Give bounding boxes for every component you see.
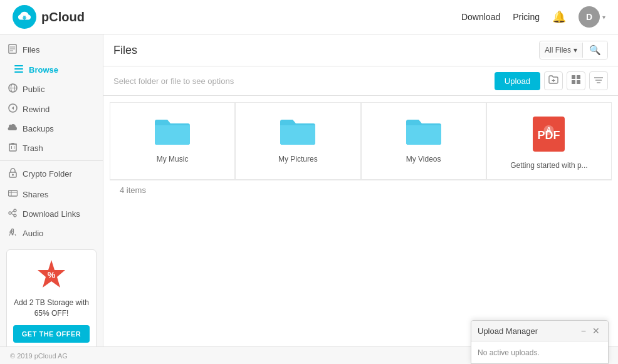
sidebar-item-audio[interactable]: Audio bbox=[0, 224, 103, 243]
svg-rect-36 bbox=[577, 80, 580, 84]
notification-bell-icon[interactable]: 🔔 bbox=[552, 10, 566, 24]
file-name-my-music: My Music bbox=[157, 155, 189, 164]
svg-rect-4 bbox=[14, 65, 23, 66]
sidebar-label-trash: Trash bbox=[23, 143, 43, 153]
svg-text:A: A bbox=[547, 126, 552, 135]
search-filter-dropdown[interactable]: All Files ▾ bbox=[540, 43, 583, 58]
sort-icon bbox=[594, 75, 603, 86]
svg-rect-17 bbox=[8, 190, 17, 196]
file-name-my-pictures: My Pictures bbox=[278, 155, 318, 164]
user-avatar-wrapper[interactable]: D ▾ bbox=[579, 6, 605, 28]
trash-icon bbox=[8, 142, 18, 153]
promo-offer-button[interactable]: GET THE OFFER bbox=[13, 325, 90, 343]
main-content: Files All Files ▾ 🔍 Select folder or fil… bbox=[103, 34, 618, 364]
download-nav-link[interactable]: Download bbox=[461, 12, 500, 22]
upload-manager-title: Upload Manager bbox=[478, 326, 538, 336]
backups-icon bbox=[8, 123, 18, 133]
sidebar-label-crypto: Crypto Folder bbox=[23, 169, 72, 179]
sidebar-divider bbox=[0, 160, 103, 161]
svg-rect-35 bbox=[572, 80, 575, 84]
search-button[interactable]: 🔍 bbox=[583, 41, 607, 59]
new-folder-button[interactable] bbox=[544, 71, 563, 90]
sidebar-label-browse: Browse bbox=[29, 65, 58, 75]
svg-point-22 bbox=[14, 214, 16, 217]
action-right: Upload bbox=[495, 71, 608, 90]
upload-manager-minimize-button[interactable]: − bbox=[579, 326, 588, 336]
header: pCloud Download Pricing 🔔 D ▾ bbox=[0, 0, 618, 34]
logo[interactable]: pCloud bbox=[13, 5, 85, 29]
promo-box: % Add 2 TB Storage with 65% OFF! GET THE… bbox=[6, 249, 97, 352]
svg-line-23 bbox=[11, 211, 14, 212]
sidebar-label-audio: Audio bbox=[23, 229, 43, 238]
svg-line-24 bbox=[11, 214, 14, 215]
svg-line-27 bbox=[9, 234, 10, 236]
sidebar-item-browse[interactable]: Browse bbox=[0, 60, 103, 79]
upload-manager-status: No active uploads. bbox=[478, 348, 540, 357]
select-hint: Select folder or file to see options bbox=[113, 76, 234, 86]
user-avatar: D bbox=[579, 6, 600, 28]
sidebar-item-shares[interactable]: Shares bbox=[0, 184, 103, 204]
pdf-icon: PDF A bbox=[532, 115, 566, 155]
avatar-chevron-icon: ▾ bbox=[602, 14, 605, 21]
action-bar: Select folder or file to see options Upl… bbox=[103, 66, 618, 96]
file-name-getting-started: Getting started with p... bbox=[510, 161, 587, 170]
sidebar-item-files[interactable]: Files bbox=[0, 39, 103, 60]
sidebar-item-backups[interactable]: Backups bbox=[0, 119, 103, 138]
sidebar: Files Browse Public Rewind Backups bbox=[0, 34, 103, 364]
folder-icon bbox=[154, 115, 191, 148]
upload-manager-header: Upload Manager − ✕ bbox=[471, 321, 608, 341]
sidebar-item-rewind[interactable]: Rewind bbox=[0, 99, 103, 119]
sidebar-item-trash[interactable]: Trash bbox=[0, 138, 103, 158]
svg-rect-5 bbox=[14, 68, 23, 70]
svg-line-28 bbox=[15, 234, 16, 236]
sidebar-item-public[interactable]: Public bbox=[0, 79, 103, 99]
upload-manager-controls: − ✕ bbox=[579, 326, 602, 336]
search-icon: 🔍 bbox=[589, 44, 601, 55]
browse-icon bbox=[14, 65, 24, 75]
sidebar-item-crypto[interactable]: Crypto Folder bbox=[0, 164, 103, 184]
shares-icon bbox=[8, 189, 18, 200]
header-right: Download Pricing 🔔 D ▾ bbox=[461, 6, 605, 28]
copyright-text: © 2019 pCloud AG bbox=[10, 352, 68, 360]
file-item-my-music[interactable]: My Music bbox=[110, 102, 235, 180]
folder-icon-pictures bbox=[279, 115, 317, 148]
file-item-getting-started[interactable]: PDF A Getting started with p... bbox=[486, 102, 612, 180]
grid-icon bbox=[572, 75, 580, 86]
upload-manager-close-button[interactable]: ✕ bbox=[590, 326, 602, 336]
pricing-nav-link[interactable]: Pricing bbox=[513, 12, 540, 22]
header-nav: Download Pricing bbox=[461, 12, 540, 22]
search-wrapper: All Files ▾ 🔍 bbox=[539, 41, 608, 60]
sort-button[interactable] bbox=[589, 71, 608, 90]
file-item-my-pictures[interactable]: My Pictures bbox=[235, 102, 360, 180]
toolbar-right: All Files ▾ 🔍 bbox=[539, 41, 608, 60]
promo-badge-container: % bbox=[35, 259, 68, 291]
grid-view-button[interactable] bbox=[567, 71, 585, 90]
rewind-icon bbox=[8, 103, 18, 115]
new-folder-icon bbox=[548, 75, 558, 86]
sidebar-label-shares: Shares bbox=[23, 190, 48, 199]
logo-icon bbox=[13, 5, 36, 29]
svg-rect-34 bbox=[577, 75, 580, 79]
logo-text: pCloud bbox=[41, 10, 85, 24]
svg-rect-33 bbox=[572, 75, 575, 79]
promo-text: Add 2 TB Storage with 65% OFF! bbox=[13, 298, 90, 319]
toolbar: Files All Files ▾ 🔍 bbox=[103, 34, 618, 66]
sidebar-item-download-links[interactable]: Download Links bbox=[0, 204, 103, 224]
app-body: Files Browse Public Rewind Backups bbox=[0, 34, 618, 364]
search-filter-label: All Files bbox=[545, 46, 571, 55]
sidebar-label-rewind: Rewind bbox=[23, 105, 50, 114]
sidebar-label-backups: Backups bbox=[23, 124, 54, 133]
svg-rect-6 bbox=[14, 71, 23, 73]
audio-icon bbox=[8, 228, 18, 239]
file-name-my-videos: My Videos bbox=[406, 155, 441, 164]
page-title: Files bbox=[113, 44, 137, 57]
sidebar-label-files: Files bbox=[23, 45, 39, 55]
files-grid: My Music My Pictures bbox=[110, 102, 612, 180]
upload-button[interactable]: Upload bbox=[495, 72, 540, 90]
file-item-my-videos[interactable]: My Videos bbox=[361, 102, 486, 180]
download-links-icon bbox=[8, 209, 18, 219]
search-filter-chevron-icon: ▾ bbox=[573, 46, 577, 55]
svg-point-20 bbox=[9, 212, 11, 214]
svg-point-16 bbox=[12, 174, 14, 176]
sidebar-label-public: Public bbox=[23, 85, 45, 94]
